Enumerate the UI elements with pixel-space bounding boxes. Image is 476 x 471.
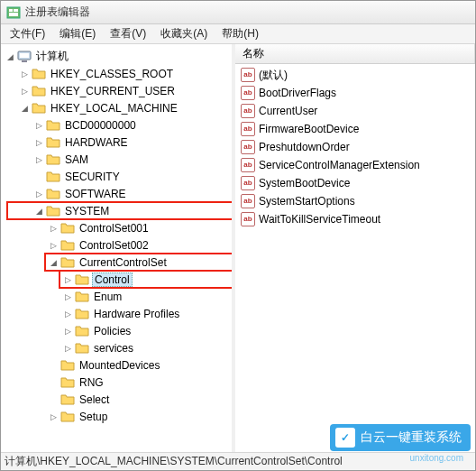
watermark-icon: ✓: [335, 428, 355, 448]
menu-help[interactable]: 帮助(H): [215, 24, 266, 43]
tree-label: HKEY_LOCAL_MACHINE: [49, 102, 179, 115]
value-name: ServiceControlManagerExtension: [259, 159, 420, 171]
value-row[interactable]: abPreshutdownOrder: [235, 138, 475, 156]
tree-node-rng[interactable]: ▷RNG: [48, 374, 232, 391]
value-name: WaitToKillServiceTimeout: [259, 213, 380, 226]
tree-label: MountedDevices: [78, 359, 161, 372]
collapse-icon[interactable]: ◢: [48, 257, 59, 268]
svg-rect-6: [22, 60, 27, 62]
value-row[interactable]: abServiceControlManagerExtension: [235, 156, 475, 174]
folder-icon: [75, 307, 89, 321]
tree-node-currentcontrolset[interactable]: ◢CurrentControlSet: [48, 254, 232, 271]
collapse-icon[interactable]: ◢: [19, 103, 30, 114]
folder-icon: [60, 238, 75, 253]
value-row[interactable]: abSystemStartOptions: [235, 192, 475, 210]
tree-node-hkcr[interactable]: ▷HKEY_CLASSES_ROOT: [19, 65, 232, 82]
tree-label: SAM: [63, 153, 90, 166]
column-header-name[interactable]: 名称: [235, 44, 475, 63]
tree-node-cs002[interactable]: ▷ControlSet002: [48, 236, 232, 254]
svg-rect-3: [9, 13, 18, 16]
collapse-icon[interactable]: ◢: [5, 51, 15, 62]
expand-icon[interactable]: ▷: [62, 343, 73, 354]
tree-label: BCD00000000: [63, 119, 138, 132]
tree-label: SECURITY: [63, 171, 122, 183]
expand-icon[interactable]: ▷: [48, 411, 59, 422]
tree-node-setup[interactable]: ▷Setup: [48, 408, 232, 425]
tree-node-system[interactable]: ◢SYSTEM: [33, 202, 232, 219]
collapse-icon[interactable]: ◢: [33, 206, 44, 217]
list-pane[interactable]: 名称 ab(默认)abBootDriverFlagsabCurrentUsera…: [235, 44, 475, 452]
tree-label: SOFTWARE: [63, 188, 128, 200]
tree-node-control[interactable]: ▷Control: [62, 271, 232, 288]
expand-icon[interactable]: ▷: [33, 189, 44, 199]
expand-icon[interactable]: ▷: [62, 309, 73, 319]
value-row[interactable]: ab(默认): [235, 66, 475, 84]
expand-icon[interactable]: ▷: [62, 326, 73, 337]
folder-icon: [60, 410, 75, 424]
value-row[interactable]: abFirmwareBootDevice: [235, 120, 475, 138]
value-row[interactable]: abBootDriverFlags: [235, 84, 475, 102]
string-value-icon: ab: [241, 104, 255, 118]
value-row[interactable]: abSystemBootDevice: [235, 174, 475, 192]
tree-node-hkcu[interactable]: ▷HKEY_CURRENT_USER: [19, 82, 232, 99]
tree-node-hklm[interactable]: ◢HKEY_LOCAL_MACHINE: [19, 99, 232, 116]
expand-icon[interactable]: ▷: [62, 291, 73, 302]
tree-label: services: [92, 342, 135, 355]
tree-node-hwprofiles[interactable]: ▷Hardware Profiles: [62, 305, 232, 322]
menu-edit[interactable]: 编辑(E): [52, 24, 103, 43]
computer-icon: [17, 50, 32, 64]
string-value-icon: ab: [241, 212, 255, 226]
expand-icon[interactable]: ▷: [48, 223, 59, 234]
menu-file[interactable]: 文件(F): [3, 24, 52, 43]
folder-icon: [60, 221, 75, 236]
tree-pane[interactable]: ◢ 计算机 ▷HKEY_CLASSES_ROOT ▷HKEY_CURRENT_U…: [1, 44, 232, 452]
value-row[interactable]: abWaitToKillServiceTimeout: [235, 210, 475, 228]
folder-icon: [75, 341, 89, 356]
tree-label: RNG: [78, 376, 105, 389]
expand-icon[interactable]: ▷: [33, 137, 44, 148]
value-name: PreshutdownOrder: [259, 141, 350, 153]
tree-label: HARDWARE: [63, 136, 130, 149]
folder-icon: [60, 255, 75, 270]
value-name: CurrentUser: [259, 105, 317, 117]
menu-view[interactable]: 查看(V): [103, 24, 153, 43]
tree-node-bcd[interactable]: ▷BCD00000000: [33, 116, 232, 134]
expand-icon[interactable]: ▷: [33, 154, 44, 165]
tree-node-mounteddevices[interactable]: ▷MountedDevices: [48, 356, 232, 374]
tree-node-sam[interactable]: ▷SAM: [33, 151, 232, 168]
tree-node-cs001[interactable]: ▷ControlSet001: [48, 219, 232, 236]
expand-icon[interactable]: ▷: [19, 86, 30, 97]
svg-rect-1: [9, 9, 13, 12]
tree-node-enum[interactable]: ▷Enum: [62, 288, 232, 305]
tree-node-software[interactable]: ▷SOFTWARE: [33, 185, 232, 202]
tree-label: HKEY_CURRENT_USER: [49, 85, 177, 97]
string-value-icon: ab: [241, 194, 255, 208]
tree-node-services[interactable]: ▷services: [62, 339, 232, 356]
expand-icon[interactable]: ▷: [62, 274, 73, 285]
tree-node-policies[interactable]: ▷Policies: [62, 322, 232, 339]
tree-label: Policies: [92, 325, 133, 337]
folder-icon: [60, 375, 75, 390]
folder-icon: [32, 101, 46, 115]
value-row[interactable]: abCurrentUser: [235, 102, 475, 120]
tree-label: HKEY_CLASSES_ROOT: [49, 68, 175, 80]
expand-icon[interactable]: ▷: [33, 120, 44, 131]
menubar: 文件(F) 编辑(E) 查看(V) 收藏夹(A) 帮助(H): [1, 24, 475, 44]
tree-node-select[interactable]: ▷Select: [48, 391, 232, 408]
tree-node-hardware[interactable]: ▷HARDWARE: [33, 134, 232, 151]
folder-icon: [60, 358, 75, 373]
folder-icon: [60, 392, 75, 407]
tree-label: SYSTEM: [63, 205, 111, 217]
tree-label: CurrentControlSet: [78, 256, 169, 269]
menu-favorites[interactable]: 收藏夹(A): [153, 24, 215, 43]
folder-icon: [46, 187, 60, 201]
tree-node-security[interactable]: ▷SECURITY: [33, 168, 232, 185]
tree-label: Select: [78, 393, 111, 406]
folder-icon: [32, 67, 46, 81]
expand-icon[interactable]: ▷: [19, 69, 30, 79]
folder-icon: [46, 118, 60, 133]
tree-node-computer[interactable]: ◢ 计算机: [5, 48, 232, 65]
expand-icon[interactable]: ▷: [48, 240, 59, 251]
app-icon: [6, 5, 21, 20]
folder-icon: [32, 84, 46, 98]
